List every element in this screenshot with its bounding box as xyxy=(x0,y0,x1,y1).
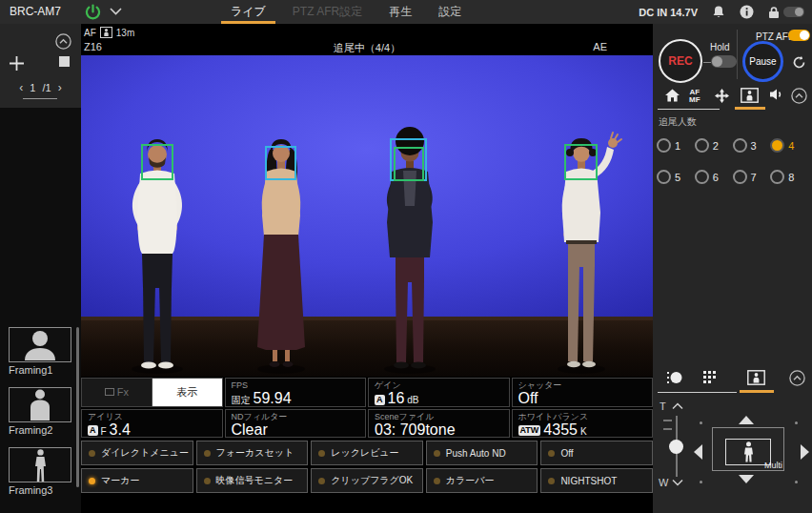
list-item: Framing3 xyxy=(0,447,81,504)
af-mf-icon[interactable]: AFMF xyxy=(689,89,700,104)
hold-toggle[interactable] xyxy=(711,55,737,68)
tab-playback[interactable]: 再生 xyxy=(376,0,425,24)
wb-cell: ホワイトバランス ATW4355K xyxy=(512,409,654,439)
led-indicator xyxy=(204,478,211,484)
tracking-count-3[interactable]: 3 xyxy=(733,138,771,153)
camera-info-bar: Fx 表示 FPS 固定59.94 ゲイン A16dB シャッター Off アイ… xyxy=(81,378,653,438)
tracking-count-7[interactable]: 7 xyxy=(733,170,771,184)
led-indicator xyxy=(318,478,325,484)
main-video-area: AF 13m Z16 追尾中（4/4） AE xyxy=(81,24,653,513)
diagonal-dot[interactable] xyxy=(700,481,702,483)
icon-row-underline xyxy=(658,109,720,110)
power-icon[interactable] xyxy=(84,3,102,21)
tracking-count-1[interactable]: 1 xyxy=(657,138,695,153)
tab-live[interactable]: ライブ xyxy=(217,0,279,24)
stop-icon[interactable] xyxy=(59,56,70,67)
framing-label: Framing2 xyxy=(9,424,81,436)
preset-grid-icon[interactable] xyxy=(702,370,717,384)
framing-label: Framing1 xyxy=(9,364,81,376)
off-button[interactable]: Off xyxy=(540,441,653,465)
ptz-afr-toggle[interactable] xyxy=(788,30,810,41)
page-prev-icon[interactable]: ‹ xyxy=(19,81,23,94)
framing3-thumbnail[interactable] xyxy=(9,447,71,482)
tilt-up-arrow[interactable] xyxy=(739,416,754,424)
page-next-icon[interactable]: › xyxy=(58,81,62,94)
framing2-thumbnail[interactable] xyxy=(9,387,71,422)
add-framing-icon[interactable] xyxy=(8,54,26,72)
direct-menu-button[interactable]: ダイレクトメニュー xyxy=(81,441,193,465)
auto-framing-icon[interactable] xyxy=(741,88,759,103)
af-label: AF xyxy=(84,28,96,38)
collapse-section-icon[interactable] xyxy=(791,88,807,104)
restart-tracking-icon[interactable] xyxy=(792,55,806,70)
camera-video-feed[interactable] xyxy=(81,55,653,377)
bell-icon[interactable] xyxy=(712,5,725,19)
shutter-value: Off xyxy=(518,390,538,407)
zoom-wide-icon[interactable] xyxy=(672,479,683,486)
tab-ptz-afr-settings[interactable]: PTZ AFR設定 xyxy=(279,0,376,24)
rec-review-button[interactable]: レックレビュー xyxy=(311,441,423,465)
trackball-icon[interactable] xyxy=(666,370,683,385)
marker-button[interactable]: マーカー xyxy=(81,468,193,493)
led-indicator xyxy=(548,450,555,457)
video-signal-monitor-button[interactable]: 映像信号モニター xyxy=(196,468,309,493)
diagonal-dot[interactable] xyxy=(795,421,798,424)
pan-left-arrow[interactable] xyxy=(694,444,702,460)
zoom-tele-icon[interactable] xyxy=(672,402,683,410)
pan-tilt-icon[interactable] xyxy=(714,88,730,104)
tracking-count-6[interactable]: 6 xyxy=(695,170,733,184)
diagonal-dot[interactable] xyxy=(700,421,702,424)
list-item: Framing2 xyxy=(0,387,81,444)
tracking-count-4[interactable]: 4 xyxy=(770,138,808,153)
zoom-slider-thumb[interactable] xyxy=(669,440,683,454)
home-icon[interactable] xyxy=(664,88,680,103)
pagination-underline xyxy=(23,98,57,99)
gain-label: ゲイン xyxy=(375,380,503,390)
diagonal-dot[interactable] xyxy=(795,481,798,483)
person-fullbody-icon xyxy=(34,449,47,482)
zoom-tele-label: T xyxy=(660,400,666,412)
fx-label: Fx xyxy=(117,386,129,398)
pan-right-arrow[interactable] xyxy=(801,444,809,460)
scene-cell: Sceneファイル 03: 709tone xyxy=(368,409,510,439)
video-overlay-strip: AF 13m Z16 追尾中（4/4） AE xyxy=(81,24,653,55)
shutter-label: シャッター xyxy=(518,380,647,390)
person-preview-icon xyxy=(743,441,754,462)
push-auto-nd-button[interactable]: Push Auto ND xyxy=(426,441,538,465)
gain-cell: ゲイン A16dB xyxy=(368,378,510,407)
tracking-count-2[interactable]: 2 xyxy=(695,138,733,153)
lock-group xyxy=(768,6,804,19)
sidebar-scrollbar[interactable] xyxy=(76,327,79,487)
fps-label: FPS xyxy=(232,380,360,390)
wb-label: ホワイトバランス xyxy=(518,412,647,421)
main-tabs: ライブ PTZ AFR設定 再生 設定 xyxy=(217,0,475,24)
lock-toggle[interactable] xyxy=(783,7,804,17)
control-mode-icon-row: AFMF xyxy=(653,84,812,110)
tracking-count-8[interactable]: 8 xyxy=(770,170,808,184)
info-icon[interactable] xyxy=(740,5,754,19)
active-tab-underline xyxy=(735,107,765,110)
color-bars-button[interactable]: カラーバー xyxy=(426,468,538,493)
multi-label: Multi xyxy=(764,461,782,470)
fps-cell: FPS 固定59.94 xyxy=(225,378,367,407)
speaker-icon[interactable] xyxy=(769,88,783,101)
multi-view-frame[interactable]: Multi xyxy=(712,427,784,471)
display-button[interactable]: 表示 xyxy=(152,379,222,406)
collapse-panel-icon[interactable] xyxy=(55,33,71,50)
fx-button[interactable]: Fx xyxy=(82,379,152,406)
tracking-count-5[interactable]: 5 xyxy=(657,170,695,184)
tracking-status: 追尾中（4/4） xyxy=(81,41,653,55)
pause-button[interactable]: Pause xyxy=(742,41,783,82)
framing1-thumbnail[interactable] xyxy=(9,327,71,362)
auto-framing-tab-icon[interactable] xyxy=(747,370,765,385)
nightshot-button[interactable]: NIGHTSHOT xyxy=(540,468,653,493)
page-total: /1 xyxy=(42,82,51,93)
collapse-controls-icon[interactable] xyxy=(789,370,805,386)
rec-button[interactable]: REC xyxy=(659,39,702,83)
tab-settings[interactable]: 設定 xyxy=(425,0,475,24)
clip-flag-ok-button[interactable]: クリップフラグOK xyxy=(311,468,423,493)
sidebar-header: ‹ 1 /1 › xyxy=(0,24,81,108)
tilt-down-arrow[interactable] xyxy=(739,475,754,483)
focus-set-button[interactable]: フォーカスセット xyxy=(196,441,309,465)
chevron-down-icon[interactable] xyxy=(110,7,122,15)
